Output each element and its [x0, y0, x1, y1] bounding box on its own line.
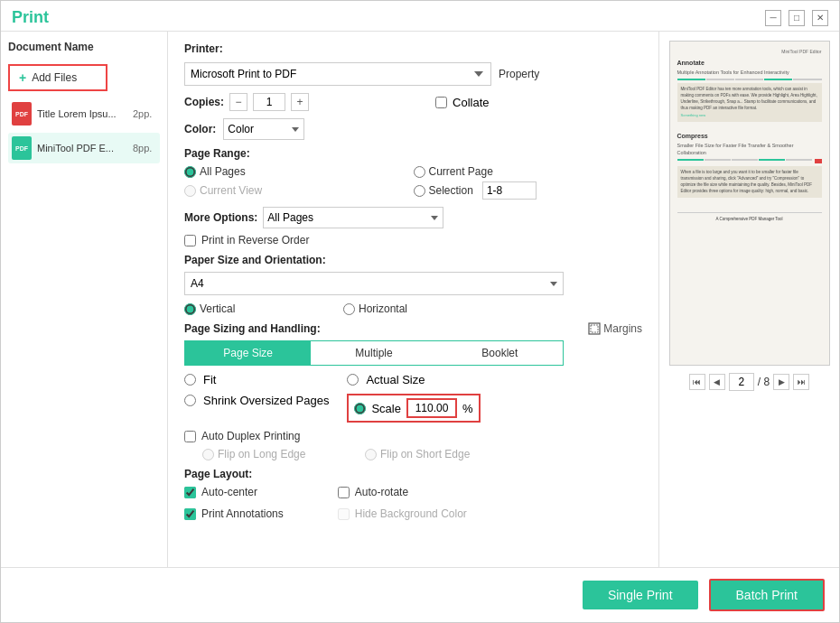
preview-prev-button[interactable]: ◀	[709, 374, 725, 390]
bar-g3	[677, 159, 704, 161]
current-page-label: Current Page	[429, 165, 493, 178]
auto-rotate-label: Auto-rotate	[355, 486, 408, 498]
more-options-select[interactable]: All Pages	[263, 207, 443, 228]
copies-decrement-button[interactable]: −	[229, 93, 247, 111]
page-layout-label: Page Layout:	[184, 468, 642, 480]
sizing-options: Fit Shrink Oversized Pages Actual Size S…	[184, 373, 642, 423]
preview-next-button[interactable]: ▶	[773, 374, 789, 390]
preview-first-button[interactable]: ⏮	[689, 374, 705, 390]
vertical-row: Vertical	[184, 302, 329, 315]
all-pages-radio[interactable]	[184, 166, 196, 178]
tab-page-size[interactable]: Page Size	[185, 341, 311, 365]
hide-bg-checkbox[interactable]	[338, 508, 350, 520]
selection-row: Selection	[414, 181, 643, 200]
printer-label: Printer:	[184, 42, 223, 55]
vertical-radio[interactable]	[184, 303, 196, 315]
flip-long-radio[interactable]	[202, 449, 214, 460]
doc-item-1[interactable]: PDF Title Lorem Ipsu... 2pp.	[8, 98, 160, 129]
selection-radio[interactable]	[414, 185, 425, 197]
window-controls: ─ □ ✕	[765, 10, 828, 26]
auto-duplex-checkbox[interactable]	[184, 431, 196, 442]
copies-increment-button[interactable]: +	[291, 93, 309, 111]
single-print-button[interactable]: Single Print	[583, 581, 698, 609]
collate-checkbox[interactable]	[435, 97, 447, 108]
close-button[interactable]: ✕	[812, 10, 828, 26]
document-list: PDF Title Lorem Ipsu... 2pp. PDF MiniToo…	[8, 98, 160, 163]
bar-1	[706, 79, 734, 80]
copies-row: Copies: − +	[184, 93, 309, 111]
add-files-button[interactable]: + Add Files	[8, 64, 107, 91]
collate-label: Collate	[453, 96, 489, 109]
layout-col-right: Auto-rotate Hide Background Color	[338, 486, 467, 525]
preview-image: MiniTool PDF Editor Annotate Multiple An…	[669, 41, 830, 366]
print-annotations-row: Print Annotations	[184, 507, 284, 520]
form-panel: Printer: Microsoft Print to PDF Property…	[168, 32, 658, 567]
doc-name-2: MiniTool PDF E...	[37, 143, 127, 153]
current-view-label: Current View	[200, 184, 262, 197]
minimize-button[interactable]: ─	[765, 10, 781, 26]
bar-g4	[759, 159, 785, 161]
selection-range-input[interactable]	[482, 181, 537, 200]
sidebar: Document Name + Add Files PDF Title Lore…	[1, 32, 168, 567]
flip-long-label: Flip on Long Edge	[218, 448, 305, 460]
reverse-order-checkbox[interactable]	[184, 235, 196, 246]
doc-pages-1: 2pp.	[133, 108, 152, 119]
copies-input[interactable]	[253, 93, 285, 111]
page-layout-section: Page Layout: Auto-center Print Annotatio…	[184, 468, 642, 525]
auto-rotate-checkbox[interactable]	[338, 487, 350, 498]
vertical-label: Vertical	[200, 302, 235, 315]
auto-center-row: Auto-center	[184, 486, 284, 498]
page-range-section: Page Range: All Pages Current Page Curre…	[184, 147, 642, 200]
auto-duplex-label: Auto Duplex Printing	[201, 430, 300, 442]
reverse-order-row: Print in Reverse Order	[184, 234, 642, 246]
color-label: Color:	[184, 123, 216, 135]
all-pages-row: All Pages	[184, 165, 414, 178]
scale-input[interactable]	[406, 398, 457, 418]
fit-radio[interactable]	[184, 374, 196, 386]
preview-bars-1	[677, 79, 822, 80]
property-link[interactable]: Property	[499, 68, 539, 80]
current-view-radio[interactable]	[184, 185, 196, 197]
fit-label: Fit	[203, 373, 216, 386]
horizontal-radio[interactable]	[343, 303, 355, 315]
scale-radio[interactable]	[354, 403, 366, 414]
flip-short-radio[interactable]	[365, 449, 377, 460]
preview-annotate-text: MiniTool PDF Editor has ten more annotat…	[681, 87, 818, 111]
printer-select-row: Microsoft Print to PDF Property	[184, 62, 642, 86]
flip-long-row: Flip on Long Edge	[202, 448, 347, 460]
layout-col-left: Auto-center Print Annotations	[184, 486, 284, 525]
maximize-button[interactable]: □	[789, 10, 805, 26]
auto-center-checkbox[interactable]	[184, 487, 196, 498]
shrink-label: Shrink Oversized Pages	[203, 394, 329, 407]
print-annotations-checkbox[interactable]	[184, 508, 196, 520]
flip-short-row: Flip on Short Edge	[365, 448, 509, 460]
preview-page-input[interactable]	[729, 373, 754, 391]
actual-size-radio[interactable]	[347, 374, 359, 386]
preview-compress-text: When a file is too large and you want it…	[681, 170, 818, 194]
footer-bar: Single Print Batch Print	[1, 567, 839, 622]
doc-pages-2: 8pp.	[133, 143, 152, 153]
preview-content: MiniTool PDF Editor Annotate Multiple An…	[670, 42, 829, 230]
sizing-tabs: Page Size Multiple Booklet	[184, 340, 564, 366]
color-row: Color: Color	[184, 118, 642, 140]
batch-print-button[interactable]: Batch Print	[709, 579, 825, 611]
preview-last-button[interactable]: ⏭	[793, 374, 809, 390]
doc-item-2[interactable]: PDF MiniTool PDF E... 8pp.	[8, 133, 160, 163]
current-page-radio[interactable]	[414, 166, 425, 178]
flip-row: Flip on Long Edge Flip on Short Edge	[202, 448, 642, 460]
margins-link[interactable]: Margins	[588, 322, 642, 335]
tab-booklet[interactable]: Booklet	[437, 341, 563, 365]
bar-2	[735, 79, 763, 80]
svg-rect-1	[591, 325, 598, 332]
margins-icon	[588, 322, 601, 335]
auto-rotate-row: Auto-rotate	[338, 486, 467, 498]
tab-multiple[interactable]: Multiple	[311, 341, 436, 365]
paper-size-select[interactable]: A4	[184, 272, 564, 295]
shrink-radio[interactable]	[184, 395, 196, 406]
fit-row: Fit	[184, 373, 329, 386]
doc-icon-2: PDF	[12, 136, 32, 160]
color-select[interactable]: Color	[223, 118, 304, 140]
preview-editor-label: MiniTool PDF Editor	[677, 49, 822, 55]
printer-select[interactable]: Microsoft Print to PDF	[184, 62, 491, 86]
preview-nav: ⏮ ◀ / 8 ▶ ⏭	[689, 373, 809, 391]
